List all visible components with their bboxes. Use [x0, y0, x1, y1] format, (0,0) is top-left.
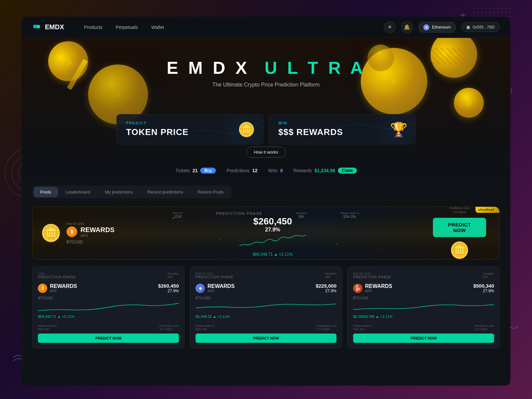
tab-my-predictions[interactable]: My predictions [98, 187, 139, 197]
btc-icon: ₿ [66, 226, 77, 237]
nav-perpetuals[interactable]: Perpetuals [116, 25, 138, 30]
tab-recent-pools[interactable]: Recent Pools [191, 187, 230, 197]
predictions-stat: Predictions 12 [226, 168, 257, 173]
trophy-icon: 🏆 [390, 121, 407, 137]
hero-title-area: E M D X U L T R A The Ultimate Crypto Pr… [150, 58, 382, 97]
pool-2-predict-btn[interactable]: PREDICT NOW [353, 333, 494, 343]
hero-subtitle: The Ultimate Crypto Price Prediction Pla… [150, 82, 382, 88]
eth-token-icon: ◆ [196, 284, 205, 293]
pool-card-0: 1234 PREDICTION PHASE Duration 06h ₿ REW… [32, 266, 185, 348]
main-content: Pools Leaderboard My predictions Recent … [22, 178, 510, 386]
won-stat: Won 8 [268, 168, 283, 173]
pool-card-chart-2 [353, 301, 494, 313]
logo-icon [32, 23, 42, 32]
tab-pools[interactable]: Pools [34, 187, 58, 197]
tab-leaderboard[interactable]: Leaderboard [59, 187, 97, 197]
pool-0-predict-btn[interactable]: PREDICT NOW [38, 333, 179, 343]
nav-wallet[interactable]: Wallet [151, 25, 164, 30]
featured-chart [239, 234, 306, 251]
pool-meta: Pool ID 1234 [66, 222, 114, 225]
coins-icon: 🪙 [238, 121, 255, 137]
hero-cards: PREDICT TOKEN PRICE 🪙 WIN $$$ REWARDS 🏆 [116, 114, 416, 144]
rewards-stat: Rewards $1,234.56 Claim [294, 168, 357, 174]
btc-token-icon: ₿ [38, 284, 47, 293]
theme-toggle[interactable]: ☀ [384, 21, 396, 33]
pool-grid: 1234 PREDICTION PHASE Duration 06h ₿ REW… [32, 266, 500, 348]
wallet-icon: ▣ [466, 25, 470, 30]
svg-rect-4 [33, 24, 37, 28]
tab-navigation: Pools Leaderboard My predictions Recent … [32, 186, 231, 199]
navbar: EMDX Products Perpetuals Wallet ☀ 🔔 ◆ Et… [22, 17, 510, 38]
stripe-decoration [431, 48, 464, 65]
featured-pool-center: $260,450 27.9% $69,348.71 ▲ +2.11% [126, 216, 420, 257]
notifications-btn[interactable]: 🔔 [401, 21, 413, 33]
nav-products[interactable]: Products [84, 25, 102, 30]
pool-card-1: Pool ID 1234 PREDICTION PHASE Duration 0… [190, 266, 342, 348]
claim-button[interactable]: Claim [338, 168, 357, 174]
wallet-address[interactable]: ▣ 0x55f...79D [461, 22, 500, 32]
logo: EMDX [32, 23, 64, 32]
hero-title: E M D X U L T R A [150, 58, 382, 78]
eth-icon: ◆ [423, 24, 429, 30]
pool-card-chart-1 [196, 301, 336, 313]
featured-pool-card: ultraPool 🪙 Pool ID 1234 ₿ REWARDS APR [32, 206, 500, 260]
featured-pool-left: 🪙 Pool ID 1234 ₿ REWARDS APR BTCUSD [33, 222, 126, 244]
nav-right: ☀ 🔔 ◆ Ethereum ▣ 0x55f...79D [384, 21, 500, 33]
stats-bar: Tickets 21 Buy Predictions 12 Won 8 Rewa… [175, 168, 357, 174]
win-card: WIN $$$ REWARDS 🏆 [269, 114, 416, 144]
hero-section: $ $ $ $ $ E M D X U L T R A The Ultimate… [22, 38, 510, 178]
nav-links: Products Perpetuals Wallet [84, 25, 164, 30]
tickets-stat: Tickets 21 Buy [175, 168, 216, 174]
coin-5: $ [450, 83, 488, 122]
tab-recent-predictions[interactable]: Recent predictions [141, 187, 190, 197]
how-it-works-btn[interactable]: How it works [246, 147, 286, 158]
pool-card-chart-0 [38, 301, 179, 313]
pool-info: Pool ID 1234 ₿ REWARDS APR BTCUSD [66, 222, 114, 244]
svg-rect-5 [36, 25, 40, 29]
app-container: EMDX Products Perpetuals Wallet ☀ 🔔 ◆ Et… [22, 17, 510, 386]
network-selector[interactable]: ◆ Ethereum [418, 22, 456, 33]
gold-coin-stack: 🪙 [41, 223, 61, 243]
shib-token-icon: 🐕 [353, 284, 362, 293]
pool-card-2: Pool ID 1234 PREDICTION PHASE Duration 0… [347, 266, 500, 348]
predict-card: PREDICT TOKEN PRICE 🪙 [116, 114, 263, 144]
buy-button[interactable]: Buy [200, 168, 216, 174]
pool-1-predict-btn[interactable]: PREDICT NOW [196, 333, 336, 343]
ultra-pool-badge: ultraPool [475, 207, 499, 213]
